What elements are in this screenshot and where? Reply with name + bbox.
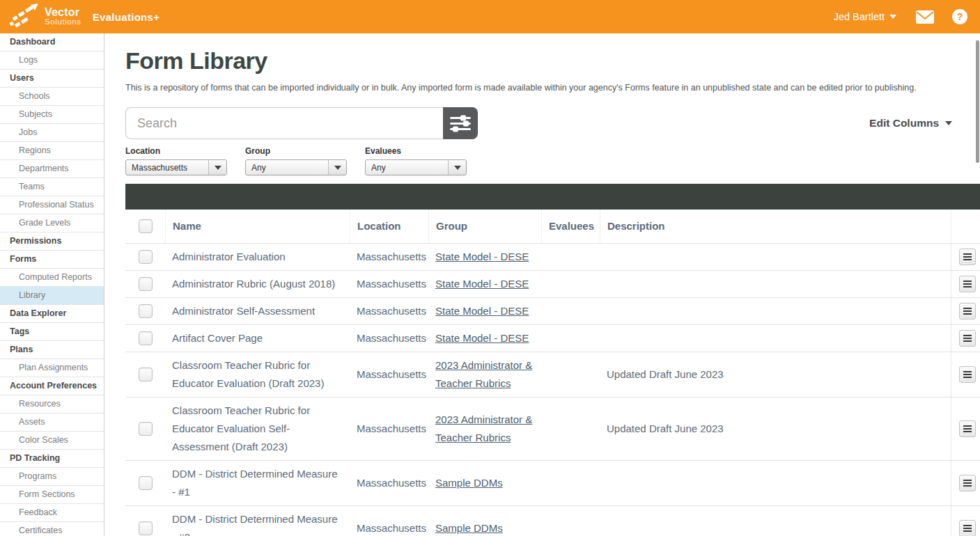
sidebar-item-jobs[interactable]: Jobs bbox=[0, 124, 104, 142]
row-checkbox[interactable] bbox=[139, 331, 153, 345]
column-header-location[interactable]: Location bbox=[350, 210, 428, 243]
user-menu-label: Jed Bartlett bbox=[834, 11, 885, 22]
envelope-icon[interactable] bbox=[916, 10, 934, 24]
vector-solutions-logo[interactable]: Vector Solutions bbox=[10, 3, 81, 30]
row-location: Massachusetts bbox=[350, 506, 428, 536]
group-link[interactable]: State Model - DESE bbox=[435, 275, 529, 293]
vector-logo-icon bbox=[10, 3, 39, 30]
row-menu-button[interactable] bbox=[959, 276, 976, 292]
sidebar-item-departments[interactable]: Departments bbox=[0, 160, 104, 178]
hamburger-menu-icon bbox=[963, 528, 972, 529]
row-checkbox[interactable] bbox=[139, 368, 153, 381]
edit-columns-label: Edit Columns bbox=[869, 117, 939, 129]
row-checkbox[interactable] bbox=[139, 422, 153, 436]
sidebar-item-logs[interactable]: Logs bbox=[0, 52, 104, 70]
form-library-table: Name Location Group Evaluees Description… bbox=[125, 210, 980, 536]
sidebar-item-teams[interactable]: Teams bbox=[0, 178, 104, 196]
group-filter-select[interactable]: Any bbox=[245, 159, 347, 175]
group-link[interactable]: State Model - DESE bbox=[435, 329, 529, 347]
row-menu-button[interactable] bbox=[959, 330, 976, 347]
form-name-link[interactable]: Administrator Rubric (August 2018) bbox=[172, 275, 335, 293]
form-name-link[interactable]: Administrator Self-Assessment bbox=[172, 302, 315, 320]
group-link[interactable]: 2023 Administrator & Teacher Rubrics bbox=[435, 411, 534, 447]
sidebar-item-forms[interactable]: Forms bbox=[0, 251, 104, 269]
sidebar-item-grade-levels[interactable]: Grade Levels bbox=[0, 214, 104, 232]
hamburger-menu-icon bbox=[963, 340, 972, 342]
table-row: Administrator Self-AssessmentMassachuset… bbox=[125, 298, 980, 325]
sidebar-item-professional-status[interactable]: Professional Status bbox=[0, 196, 104, 214]
row-menu-button[interactable] bbox=[959, 520, 976, 536]
row-checkbox[interactable] bbox=[139, 521, 153, 535]
hamburger-menu-icon bbox=[963, 256, 972, 258]
sidebar-item-pd-tracking[interactable]: PD Tracking bbox=[0, 450, 104, 468]
scrollbar-thumb[interactable] bbox=[976, 40, 979, 163]
hamburger-menu-icon bbox=[963, 281, 972, 282]
sidebar-item-form-sections[interactable]: Form Sections bbox=[0, 486, 104, 504]
sidebar-item-assets[interactable]: Assets bbox=[0, 413, 104, 432]
brand-name-top: Vector bbox=[45, 7, 81, 18]
form-name-link[interactable]: Artifact Cover Page bbox=[172, 329, 263, 347]
row-menu-button[interactable] bbox=[959, 303, 976, 320]
row-checkbox[interactable] bbox=[139, 277, 153, 291]
search-input[interactable] bbox=[125, 107, 443, 139]
sidebar-item-data-explorer[interactable]: Data Explorer bbox=[0, 305, 104, 323]
group-link[interactable]: Sample DDMs bbox=[435, 519, 503, 536]
column-header-evaluees[interactable]: Evaluees bbox=[541, 210, 600, 243]
column-header-group[interactable]: Group bbox=[428, 210, 541, 243]
filter-button[interactable] bbox=[443, 107, 478, 139]
scrollbar-track bbox=[976, 35, 979, 535]
evaluees-filter-value: Any bbox=[366, 163, 448, 173]
user-menu[interactable]: Jed Bartlett bbox=[834, 11, 896, 22]
table-row: Administrator Rubric (August 2018)Massac… bbox=[125, 271, 980, 298]
sidebar-item-plans[interactable]: Plans bbox=[0, 341, 104, 359]
sidebar-item-feedback[interactable]: Feedback bbox=[0, 504, 104, 522]
sidebar-item-users[interactable]: Users bbox=[0, 70, 104, 88]
row-checkbox[interactable] bbox=[139, 250, 153, 264]
sidebar-item-account-preferences[interactable]: Account Preferences bbox=[0, 377, 104, 395]
group-link[interactable]: Sample DDMs bbox=[435, 474, 503, 492]
sidebar-item-dashboard[interactable]: Dashboard bbox=[0, 33, 104, 52]
select-all-checkbox[interactable] bbox=[139, 219, 153, 233]
sidebar-item-library[interactable]: Library bbox=[0, 287, 104, 305]
sidebar-item-tags[interactable]: Tags bbox=[0, 323, 104, 341]
sidebar-item-certificates[interactable]: Certificates bbox=[0, 522, 104, 536]
hamburger-menu-icon bbox=[963, 335, 972, 336]
group-filter-value: Any bbox=[246, 163, 328, 173]
group-link[interactable]: 2023 Administrator & Teacher Rubrics bbox=[435, 356, 534, 393]
sidebar-item-permissions[interactable]: Permissions bbox=[0, 232, 104, 251]
form-name-link[interactable]: DDM - District Determined Measure - #2 bbox=[172, 510, 343, 536]
row-menu-button[interactable] bbox=[959, 475, 976, 491]
table-row: Artifact Cover PageMassachusettsState Mo… bbox=[125, 325, 980, 352]
sidebar-item-regions[interactable]: Regions bbox=[0, 142, 104, 160]
row-menu-button[interactable] bbox=[959, 420, 976, 437]
row-evaluees bbox=[541, 506, 600, 536]
row-evaluees bbox=[541, 298, 600, 324]
row-menu-button[interactable] bbox=[959, 249, 976, 265]
sidebar-item-computed-reports[interactable]: Computed Reports bbox=[0, 269, 104, 287]
sidebar-item-subjects[interactable]: Subjects bbox=[0, 106, 104, 124]
location-filter-select[interactable]: Massachusetts bbox=[125, 159, 227, 175]
group-link[interactable]: State Model - DESE bbox=[435, 248, 529, 266]
edit-columns-button[interactable]: Edit Columns bbox=[869, 117, 952, 129]
app-header: Vector Solutions Evaluations+ Jed Bartle… bbox=[0, 0, 980, 33]
row-description bbox=[600, 325, 951, 352]
row-checkbox[interactable] bbox=[139, 476, 153, 490]
row-description: Updated Draft June 2023 bbox=[600, 352, 951, 397]
sidebar-item-plan-assignments[interactable]: Plan Assignments bbox=[0, 359, 104, 377]
sidebar-item-programs[interactable]: Programs bbox=[0, 468, 104, 486]
form-name-link[interactable]: Administrator Evaluation bbox=[172, 248, 286, 266]
group-link[interactable]: State Model - DESE bbox=[435, 302, 529, 320]
sidebar-item-color-scales[interactable]: Color Scales bbox=[0, 432, 104, 450]
chevron-down-icon bbox=[448, 160, 466, 175]
sidebar-item-schools[interactable]: Schools bbox=[0, 88, 104, 106]
row-checkbox[interactable] bbox=[139, 304, 153, 318]
column-header-name[interactable]: Name bbox=[165, 210, 350, 243]
row-menu-button[interactable] bbox=[959, 366, 976, 383]
sidebar-item-resources[interactable]: Resources bbox=[0, 395, 104, 413]
help-icon[interactable]: ? bbox=[952, 9, 967, 24]
form-name-link[interactable]: Classroom Teacher Rubric for Educator Ev… bbox=[172, 356, 343, 393]
column-header-description[interactable]: Description bbox=[600, 210, 951, 243]
evaluees-filter-select[interactable]: Any bbox=[365, 159, 467, 175]
form-name-link[interactable]: Classroom Teacher Rubric for Educator Ev… bbox=[172, 402, 343, 456]
form-name-link[interactable]: DDM - District Determined Measure - #1 bbox=[172, 465, 343, 501]
